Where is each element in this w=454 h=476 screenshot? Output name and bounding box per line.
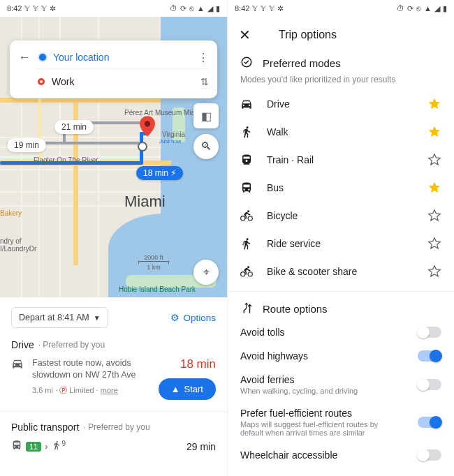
route-option[interactable]: Avoid tolls — [228, 320, 454, 344]
swap-icon[interactable]: ⇅ — [200, 76, 209, 87]
route-option[interactable]: Avoid highways — [228, 344, 454, 368]
route-description: Fastest route now, avoids slowdown on NW… — [32, 357, 144, 381]
map-scale: 2000 ft 1 km — [138, 254, 169, 271]
mode-row-scooter[interactable]: Bike & scooter share — [228, 258, 454, 285]
mode-row-car[interactable]: Drive — [228, 90, 454, 118]
poi-justnow: Just now — [159, 138, 182, 144]
route-option[interactable]: Avoid ferries When walking, cycling, and… — [228, 368, 454, 401]
toggle-switch[interactable] — [418, 417, 441, 428]
alarm-icon: ⏱ — [170, 4, 177, 13]
back-arrow-icon[interactable]: ← — [18, 50, 31, 65]
route-option[interactable]: Wheelchair accessible — [228, 443, 454, 467]
preferred-modes-desc: Modes you'd like prioritized in your res… — [228, 70, 454, 90]
bus-icon — [11, 440, 22, 453]
transit-route-card[interactable]: 11 › 9 29 min — [11, 440, 216, 453]
mode-row-walk[interactable]: Walk — [228, 118, 454, 146]
route-time-chip-alt1[interactable]: 21 min — [54, 120, 94, 134]
signal-icon: ◢ — [207, 4, 213, 13]
bike-icon — [240, 209, 253, 222]
route-time-chip-alt2[interactable]: 19 min — [7, 138, 46, 152]
fan-icon: ✲ — [277, 4, 284, 13]
sync-icon: ⟳ — [180, 4, 186, 13]
transit-section-title: Public transport · Preferred by you — [11, 422, 216, 433]
toggle-switch[interactable] — [418, 379, 441, 390]
directions-screen: 8:42 𝕐 𝕐 𝕐 ✲ ⏱ ⟳ ⎋ ▲ ◢ ▮ — [0, 0, 227, 476]
navigate-icon: ▲ — [171, 384, 180, 394]
star-toggle[interactable] — [427, 97, 441, 111]
alarm-icon: ⏱ — [397, 4, 404, 13]
toggle-switch[interactable] — [418, 449, 441, 461]
ride-icon — [240, 237, 253, 250]
route-option-label: Wheelchair accessible — [240, 449, 337, 461]
directions-input-card: ← Your location ⋮ Work ⇅ — [10, 40, 217, 98]
status-bar: 8:42 𝕐 𝕐 𝕐 ✲ ⏱ ⟳ ⎋ ▲ ◢ ▮ — [228, 0, 454, 17]
mode-row-bike[interactable]: Bicycle — [228, 202, 454, 230]
route-time-chip-selected[interactable]: 18 min ⚡︎ — [136, 166, 183, 180]
star-toggle[interactable] — [427, 153, 441, 167]
mode-row-bus[interactable]: Bus — [228, 174, 454, 202]
star-toggle[interactable] — [427, 265, 441, 278]
svg-point-1 — [138, 142, 147, 151]
transit-line-badge: 11 — [26, 442, 41, 452]
battery-icon: ▮ — [443, 4, 447, 13]
my-location-button[interactable]: ⌖ — [193, 260, 219, 285]
options-button[interactable]: ⚙ Options — [170, 312, 216, 323]
destination-pin[interactable] — [140, 116, 155, 137]
mode-label: Bicycle — [267, 210, 298, 221]
route-meta: 3.6 mi · Ⓟ Limited · more — [32, 385, 144, 396]
map-canvas[interactable]: 21 min 19 min 18 min ⚡︎ Miami Pérez Art … — [0, 17, 227, 297]
drive-time: 18 min — [180, 357, 216, 371]
mode-row-train[interactable]: Train · Rail — [228, 146, 454, 174]
toggle-switch[interactable] — [418, 350, 441, 362]
sliders-icon: ⚙ — [170, 312, 180, 323]
signal-icon: ◢ — [434, 4, 440, 13]
star-toggle[interactable] — [427, 237, 441, 251]
route-option[interactable]: Prefer fuel-efficient routes Maps will s… — [228, 401, 454, 443]
bus-icon — [240, 181, 253, 194]
location-icon: ⎋ — [416, 4, 421, 13]
layers-button[interactable]: ◧ — [193, 103, 219, 128]
overflow-menu-icon[interactable]: ⋮ — [198, 51, 209, 64]
bolt-icon: ⚡︎ — [170, 168, 176, 178]
mode-row-ride[interactable]: Ride service — [228, 230, 454, 258]
crosshair-icon: ⌖ — [203, 266, 210, 278]
drive-route-card[interactable]: Fastest route now, avoids slowdown on NW… — [11, 357, 216, 400]
mode-label: Drive — [267, 98, 290, 110]
destination-dot-icon — [38, 78, 45, 85]
walk-minutes: 9 — [62, 440, 66, 447]
drive-section-title: Drive · Preferred by you — [11, 339, 216, 350]
close-icon[interactable]: ✕ — [239, 27, 251, 43]
poi-flagler: Flagler On The River — [34, 156, 98, 164]
chevron-down-icon: ▼ — [94, 314, 101, 322]
status-bar: 8:42 𝕐 𝕐 𝕐 ✲ ⏱ ⟳ ⎋ ▲ ◢ ▮ — [0, 0, 227, 17]
route-options-heading: Route options — [228, 302, 454, 316]
route-option-desc: When walking, cycling, and driving — [240, 387, 358, 395]
trip-options-header: ✕ Trip options — [228, 17, 454, 56]
star-toggle[interactable] — [427, 125, 441, 139]
start-navigation-button[interactable]: ▲ Start — [159, 378, 216, 400]
toggle-switch[interactable] — [418, 327, 441, 338]
status-time: 8:42 — [235, 4, 249, 13]
search-on-map-button[interactable]: 🔍︎ — [193, 134, 219, 159]
route-option-label: Avoid ferries — [240, 374, 358, 385]
svg-point-0 — [145, 121, 150, 126]
car-icon — [11, 357, 24, 370]
chevron-right-icon: › — [45, 441, 47, 452]
depart-time-button[interactable]: Depart at 8:41 AM ▼ — [11, 307, 108, 328]
twitter-icon: 𝕐 — [261, 4, 266, 13]
results-sheet: Depart at 8:41 AM ▼ ⚙ Options Drive · Pr… — [0, 297, 227, 453]
mode-label: Bike & scooter share — [267, 266, 357, 277]
origin-field[interactable]: Your location — [53, 52, 191, 63]
transit-time: 29 min — [186, 441, 216, 452]
trip-options-screen: 8:42 𝕐 𝕐 𝕐 ✲ ⏱ ⟳ ⎋ ▲ ◢ ▮ ✕ Trip options … — [227, 0, 454, 476]
destination-field[interactable]: Work — [52, 76, 193, 87]
more-link[interactable]: more — [101, 386, 118, 394]
sync-icon: ⟳ — [407, 4, 413, 13]
city-label: Miami — [124, 193, 166, 211]
status-time: 8:42 — [7, 4, 22, 13]
star-toggle[interactable] — [427, 209, 441, 223]
page-title: Trip options — [279, 29, 337, 41]
preferred-modes-heading: Preferred modes — [228, 56, 454, 70]
star-toggle[interactable] — [427, 181, 441, 195]
fork-icon — [240, 302, 253, 316]
